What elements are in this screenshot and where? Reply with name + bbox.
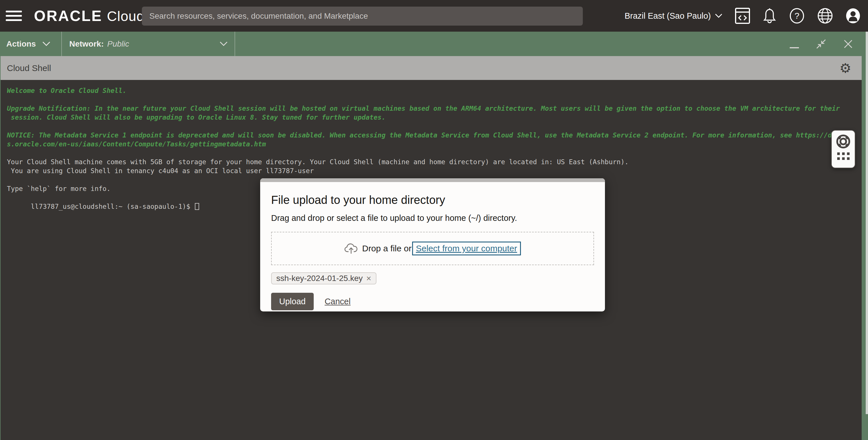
chevron-down-icon: [42, 41, 50, 46]
window-controls: [790, 38, 862, 49]
settings-gear-icon[interactable]: ⚙: [839, 62, 862, 75]
file-chip: ssh-key-2024-01-25.key ×: [271, 272, 376, 284]
minimize-button[interactable]: [790, 40, 799, 48]
upload-button[interactable]: Upload: [271, 293, 314, 310]
header-right-controls: Brazil East (Sao Paulo) ?: [624, 0, 861, 32]
drop-file-text: Drop a file or: [362, 244, 411, 253]
terminal-line: Welcome to Oracle Cloud Shell.: [7, 86, 855, 95]
selected-files-row: ssh-key-2024-01-25.key ×: [271, 272, 594, 284]
region-label: Brazil East (Sao Paulo): [624, 11, 711, 21]
actions-label: Actions: [6, 39, 36, 48]
scrollbar-thumb[interactable]: [866, 32, 868, 414]
chevron-down-icon: [220, 41, 228, 46]
region-selector[interactable]: Brazil East (Sao Paulo): [624, 11, 722, 21]
minimize-icon: [790, 47, 799, 48]
terminal-line: NOTICE: The Metadata Service 1 endpoint …: [7, 131, 855, 140]
logo-cloud-text: Cloud: [107, 8, 145, 24]
terminal-prompt: ll73787_us@cloudshell:~ (sa-saopaulo-1)$: [31, 203, 194, 210]
cloud-upload-icon: [344, 242, 359, 255]
terminal-line: [7, 149, 855, 158]
oracle-cloud-logo: ORACLE Cloud: [34, 7, 145, 25]
file-dropzone[interactable]: Drop a file or Select from your computer: [271, 232, 594, 265]
cloud-shell-console-icon[interactable]: [735, 8, 750, 24]
restore-icon: [816, 38, 827, 49]
network-dropdown[interactable]: Network: Public: [62, 32, 235, 56]
dialog-body: File upload to your home directory Drag …: [260, 182, 605, 310]
user-avatar[interactable]: [845, 8, 861, 24]
terminal-line: [7, 122, 855, 131]
terminal-line: You are using Cloud Shell in tenancy c4u…: [7, 167, 855, 175]
terminal-line: session. Cloud Shell will also be upgrad…: [7, 113, 855, 122]
actions-dropdown[interactable]: Actions: [1, 32, 61, 56]
terminal-line: Your Cloud Shell machine comes with 5GB …: [7, 158, 855, 167]
terminal-line: [7, 95, 855, 104]
file-upload-dialog: File upload to your home directory Drag …: [260, 178, 605, 311]
remove-file-icon[interactable]: ×: [366, 274, 371, 283]
widget-drag-handle-dots-icon[interactable]: [837, 153, 849, 160]
shell-toolbar: Actions Network: Public: [1, 32, 862, 56]
select-link-focus-ring: Select from your computer: [412, 242, 521, 256]
file-chip-name: ssh-key-2024-01-25.key: [276, 274, 363, 283]
search-bar: [142, 7, 583, 26]
top-header: ORACLE Cloud Brazil East (Sao Paulo): [0, 0, 868, 32]
terminal-line: s.oracle.com/en-us/iaas/Content/Compute/…: [7, 140, 855, 149]
toolbar-divider: [235, 32, 235, 56]
logo-oracle-text: ORACLE: [34, 7, 102, 25]
lifebuoy-help-icon[interactable]: [836, 134, 851, 149]
svg-text:?: ?: [795, 11, 800, 21]
dialog-title: File upload to your home directory: [271, 194, 594, 206]
network-label: Network:: [69, 39, 104, 48]
terminal-line: Upgrade Notification: In the near future…: [7, 104, 855, 113]
close-button[interactable]: [843, 39, 853, 49]
shell-titlebar: Cloud Shell ⚙: [1, 56, 862, 80]
scrollbar-track[interactable]: [866, 32, 868, 440]
floating-help-widget[interactable]: [831, 130, 855, 168]
hamburger-menu-icon[interactable]: [0, 0, 28, 32]
search-input[interactable]: [142, 7, 583, 26]
dialog-description: Drag and drop or select a file to upload…: [271, 213, 594, 223]
terminal-cursor[interactable]: [195, 203, 199, 210]
select-from-computer-link[interactable]: Select from your computer: [416, 244, 517, 253]
chevron-down-icon: [715, 13, 722, 18]
cancel-link[interactable]: Cancel: [324, 297, 350, 306]
notifications-bell-icon[interactable]: [763, 8, 776, 24]
dialog-top-bar: [260, 178, 605, 182]
dialog-actions: Upload Cancel: [271, 293, 594, 310]
network-value: Public: [107, 39, 219, 48]
shell-title: Cloud Shell: [1, 63, 51, 73]
help-icon[interactable]: ?: [789, 8, 805, 24]
language-globe-icon[interactable]: [817, 8, 833, 24]
close-icon: [843, 39, 853, 49]
restore-button[interactable]: [816, 38, 827, 49]
